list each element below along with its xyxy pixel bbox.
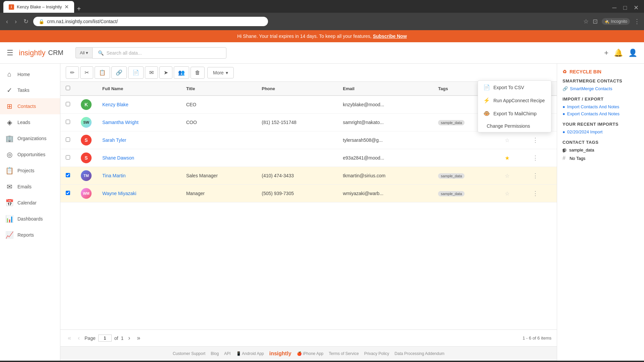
first-page-button[interactable]: « (66, 334, 73, 342)
phone-header: Phone (256, 82, 337, 96)
export-contacts-link[interactable]: ● Export Contacts And Notes (562, 111, 639, 116)
close-browser-button[interactable]: ✕ (632, 3, 641, 13)
table-row: S Shane Dawson e93a2841@mood... ★ (60, 149, 557, 167)
sidebar-item-calendar[interactable]: 📅 Calendar (0, 195, 60, 211)
footer-terms-link[interactable]: Terms of Service (329, 351, 359, 356)
run-appconnect-item[interactable]: ⚡ Run AppConnect Recipe (478, 94, 551, 107)
minimize-button[interactable]: ─ (610, 3, 619, 13)
sidebar-item-contacts[interactable]: ⊞ Contacts (0, 98, 60, 114)
last-page-button[interactable]: » (135, 334, 142, 342)
recycle-bin-header: ♻ RECYCLE BIN (562, 69, 639, 74)
contact-name-link[interactable]: Wayne Miyazaki (102, 191, 136, 196)
bookmark-icon[interactable]: ☆ (583, 18, 589, 25)
footer-iphone-link[interactable]: 🍎 iPhone App (297, 351, 324, 356)
footer-privacy-link[interactable]: Privacy Policy (364, 351, 389, 356)
row-checkbox[interactable] (66, 155, 70, 160)
row-checkbox[interactable] (66, 120, 70, 124)
star-cell: ☆ (499, 131, 527, 149)
row-options-button[interactable]: ⋮ (532, 190, 538, 197)
contact-name-link[interactable]: Sarah Tyler (102, 137, 126, 143)
notes-button[interactable]: 📋 (95, 66, 110, 79)
footer-android-link[interactable]: 📱 Android App (236, 351, 264, 356)
contact-name-link[interactable]: Samantha Wright (102, 120, 139, 125)
select-all-checkbox[interactable] (66, 86, 70, 90)
page-number-input[interactable] (98, 335, 112, 342)
row-checkbox[interactable] (66, 137, 70, 142)
sidebar-item-reports[interactable]: 📈 Reports (0, 227, 60, 243)
footer-api-link[interactable]: API (224, 351, 230, 356)
add-button[interactable]: + (604, 49, 608, 57)
star-filled-icon[interactable]: ★ (505, 155, 509, 161)
chevron-down-icon: ▾ (86, 50, 88, 55)
notifications-bell-icon[interactable]: 🔔 (614, 49, 623, 57)
file-button[interactable]: 📄 (128, 66, 144, 79)
row-options-button[interactable]: ⋮ (532, 155, 538, 161)
export-mailchimp-item[interactable]: 🐵 Export To MailChimp (478, 107, 551, 120)
active-browser-tab[interactable]: i Kenzy Blake – Insightly ✕ (3, 1, 74, 13)
import-contacts-link[interactable]: ● Import Contacts And Notes (562, 104, 639, 109)
more-dropdown-button[interactable]: More ▾ (207, 67, 234, 78)
back-button[interactable]: ‹ (4, 17, 10, 26)
sidebar-item-tasks[interactable]: ✓ Tasks (0, 82, 60, 98)
pagination-bar: « ‹ Page of 1 › » 1 - 6 of 6 items (60, 329, 557, 346)
contact-name-link[interactable]: Tina Martin (102, 173, 126, 178)
prev-page-button[interactable]: ‹ (76, 334, 82, 342)
close-tab-button[interactable]: ✕ (64, 4, 69, 10)
next-page-button[interactable]: › (126, 334, 132, 342)
avatar: S (81, 135, 92, 145)
menu-toggle-button[interactable]: ☰ (7, 49, 13, 57)
avatar-header (75, 82, 97, 96)
sidebar-item-organizations[interactable]: 🏢 Organizations (0, 130, 60, 146)
subscribe-now-link[interactable]: Subscribe Now (373, 34, 407, 39)
merge-button[interactable]: 👥 (174, 66, 189, 79)
export-csv-label: Export To CSV (493, 85, 524, 90)
browser-menu-icon[interactable]: ⋮ (634, 18, 640, 25)
contact-name-link[interactable]: Kenzy Blake (102, 102, 128, 107)
sidebar-item-emails[interactable]: ✉ Emails (0, 179, 60, 195)
email-cell: samright@nakato... (337, 114, 433, 131)
sidebar-item-leads[interactable]: ◈ Leads (0, 114, 60, 130)
tag-button[interactable]: ✂ (80, 66, 93, 79)
change-permissions-item[interactable]: Change Permissions (478, 120, 551, 132)
address-bar[interactable]: 🔒 crm.na1.insightly.com/list/Contact/ (33, 17, 268, 26)
options-cell: ⋮ (527, 167, 557, 185)
row-options-button[interactable]: ⋮ (532, 172, 538, 179)
footer-blog-link[interactable]: Blog (211, 351, 219, 356)
smartmerge-link[interactable]: 🔗 SmartMerge Contacts (562, 86, 639, 91)
email-button[interactable]: ✉ (145, 66, 158, 79)
footer-customer-support-link[interactable]: Customer Support (173, 351, 205, 356)
reports-icon: 📈 (5, 231, 13, 239)
export-csv-item[interactable]: 📄 Export To CSV (478, 81, 551, 94)
extensions-icon[interactable]: ⊡ (593, 18, 598, 25)
sidebar-item-dashboards[interactable]: 📊 Dashboards (0, 211, 60, 227)
user-avatar[interactable]: 👤 (628, 49, 637, 57)
sidebar-item-projects[interactable]: 📋 Projects (0, 163, 60, 179)
sidebar-item-home[interactable]: ⌂ Home (0, 66, 60, 82)
contact-name-cell: Kenzy Blake (97, 96, 181, 114)
row-options-button[interactable]: ⋮ (532, 137, 538, 143)
avatar: SW (81, 117, 92, 128)
recent-import-link[interactable]: ● 02/20/2024 Import (562, 129, 639, 134)
footer-dpa-link[interactable]: Data Processing Addendum (394, 351, 444, 356)
options-cell: ⋮ (527, 131, 557, 149)
row-checkbox[interactable] (66, 173, 70, 177)
sidebar-item-opportunities[interactable]: ◎ Opportunities (0, 146, 60, 163)
search-scope-button[interactable]: All ▾ (75, 47, 92, 58)
edit-button[interactable]: ✏ (66, 66, 79, 79)
star-icon[interactable]: ☆ (505, 191, 509, 196)
convert-button[interactable]: ➤ (159, 66, 172, 79)
reload-button[interactable]: ↻ (21, 16, 31, 26)
link-button[interactable]: 🔗 (111, 66, 127, 79)
tasks-icon: ✓ (5, 86, 13, 94)
title-cell: Sales Manager (181, 167, 256, 185)
maximize-button[interactable]: □ (621, 3, 629, 13)
row-checkbox[interactable] (66, 102, 70, 106)
search-bar[interactable]: 🔍 Search all data... (92, 47, 226, 59)
star-icon[interactable]: ☆ (505, 137, 509, 143)
star-icon[interactable]: ☆ (505, 173, 509, 179)
delete-button[interactable]: 🗑 (191, 67, 205, 79)
row-checkbox[interactable] (66, 191, 70, 195)
new-tab-button[interactable]: + (74, 5, 84, 13)
contact-name-link[interactable]: Shane Dawson (102, 155, 134, 161)
forward-button[interactable]: › (13, 17, 19, 26)
